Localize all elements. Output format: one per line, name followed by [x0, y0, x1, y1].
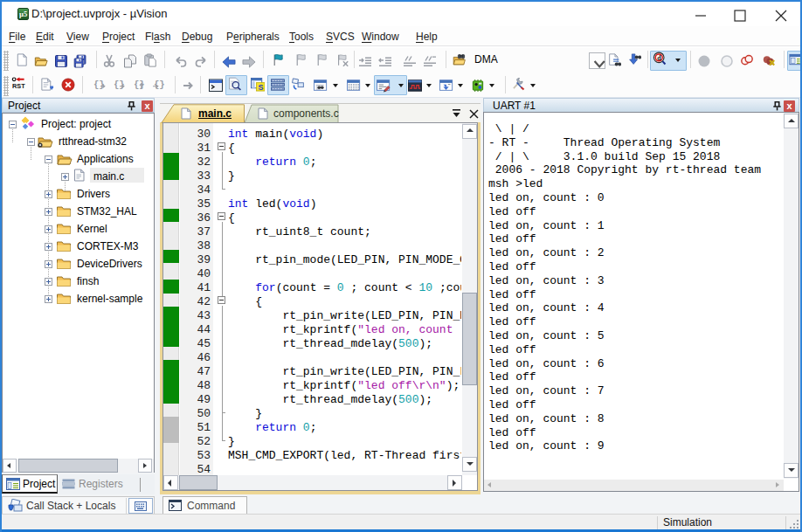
svg-text:d: d: [657, 54, 661, 62]
svg-text:{}: {}: [134, 79, 145, 90]
svg-text:RST: RST: [12, 82, 25, 90]
svg-text:S: S: [258, 83, 263, 92]
svg-text:{}: {}: [114, 79, 125, 90]
svg-text:{}: {}: [154, 79, 165, 90]
svg-text:{}: {}: [93, 79, 105, 90]
